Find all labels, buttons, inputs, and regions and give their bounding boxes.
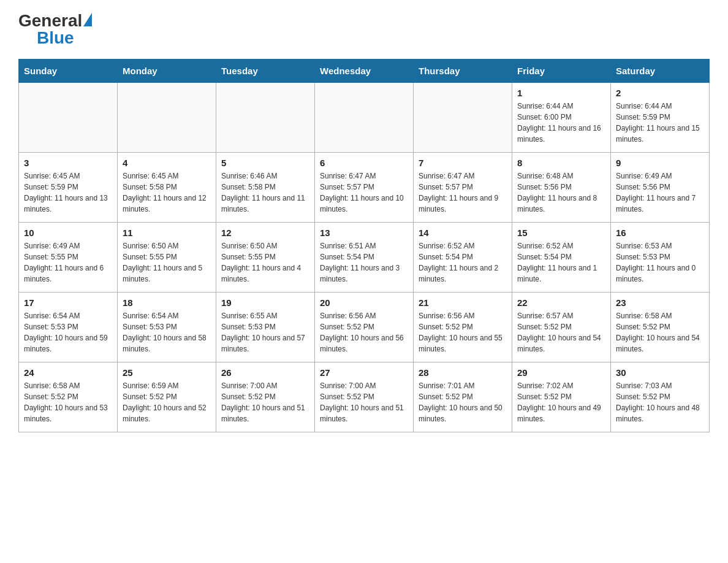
day-info: Sunrise: 6:53 AM Sunset: 5:53 PM Dayligh…: [616, 240, 704, 285]
calendar-header-row: SundayMondayTuesdayWednesdayThursdayFrid…: [19, 59, 710, 83]
day-info: Sunrise: 6:47 AM Sunset: 5:57 PM Dayligh…: [320, 170, 408, 215]
day-number: 3: [24, 158, 112, 168]
day-info: Sunrise: 6:54 AM Sunset: 5:53 PM Dayligh…: [123, 310, 211, 354]
day-number: 24: [24, 367, 112, 378]
day-info: Sunrise: 6:57 AM Sunset: 5:52 PM Dayligh…: [517, 310, 605, 354]
calendar-cell: 1Sunrise: 6:44 AM Sunset: 6:00 PM Daylig…: [512, 83, 611, 153]
logo: General Blue: [18, 12, 92, 47]
calendar-cell: 29Sunrise: 7:02 AM Sunset: 5:52 PM Dayli…: [512, 362, 611, 432]
calendar-cell: 22Sunrise: 6:57 AM Sunset: 5:52 PM Dayli…: [512, 293, 611, 362]
column-header-saturday: Saturday: [611, 59, 710, 83]
calendar-cell: 24Sunrise: 6:58 AM Sunset: 5:52 PM Dayli…: [19, 362, 118, 432]
day-info: Sunrise: 6:44 AM Sunset: 5:59 PM Dayligh…: [616, 101, 704, 145]
day-info: Sunrise: 6:54 AM Sunset: 5:53 PM Dayligh…: [24, 310, 112, 354]
column-header-tuesday: Tuesday: [216, 59, 315, 83]
page-header: General Blue: [18, 12, 710, 47]
calendar-cell: 12Sunrise: 6:50 AM Sunset: 5:55 PM Dayli…: [216, 223, 315, 293]
calendar-cell: 7Sunrise: 6:47 AM Sunset: 5:57 PM Daylig…: [414, 153, 512, 223]
day-number: 18: [123, 297, 211, 308]
day-info: Sunrise: 6:52 AM Sunset: 5:54 PM Dayligh…: [419, 240, 507, 285]
logo-general-text: General: [18, 12, 82, 29]
day-number: 14: [419, 228, 507, 238]
calendar-cell: [118, 83, 216, 153]
day-info: Sunrise: 6:56 AM Sunset: 5:52 PM Dayligh…: [320, 310, 408, 354]
day-number: 22: [517, 297, 605, 308]
day-info: Sunrise: 6:58 AM Sunset: 5:52 PM Dayligh…: [616, 310, 704, 354]
day-number: 11: [123, 228, 211, 238]
calendar-cell: 3Sunrise: 6:45 AM Sunset: 5:59 PM Daylig…: [19, 153, 118, 223]
day-info: Sunrise: 6:45 AM Sunset: 5:58 PM Dayligh…: [123, 170, 211, 215]
calendar-week-row: 10Sunrise: 6:49 AM Sunset: 5:55 PM Dayli…: [19, 223, 710, 293]
day-number: 13: [320, 228, 408, 238]
day-number: 23: [616, 297, 704, 308]
calendar-cell: 28Sunrise: 7:01 AM Sunset: 5:52 PM Dayli…: [414, 362, 512, 432]
day-number: 27: [320, 367, 408, 378]
day-number: 15: [517, 228, 605, 238]
calendar-cell: 17Sunrise: 6:54 AM Sunset: 5:53 PM Dayli…: [19, 293, 118, 362]
calendar-week-row: 24Sunrise: 6:58 AM Sunset: 5:52 PM Dayli…: [19, 362, 710, 432]
day-info: Sunrise: 7:00 AM Sunset: 5:52 PM Dayligh…: [221, 380, 309, 424]
day-number: 16: [616, 228, 704, 238]
day-info: Sunrise: 7:01 AM Sunset: 5:52 PM Dayligh…: [419, 380, 507, 424]
day-info: Sunrise: 6:49 AM Sunset: 5:55 PM Dayligh…: [24, 240, 112, 285]
day-number: 7: [419, 158, 507, 168]
day-info: Sunrise: 6:44 AM Sunset: 6:00 PM Dayligh…: [517, 101, 605, 145]
calendar-cell: [414, 83, 512, 153]
day-info: Sunrise: 6:50 AM Sunset: 5:55 PM Dayligh…: [123, 240, 211, 285]
calendar-week-row: 1Sunrise: 6:44 AM Sunset: 6:00 PM Daylig…: [19, 83, 710, 153]
logo-triangle-icon: [83, 13, 92, 26]
day-number: 8: [517, 158, 605, 168]
day-number: 29: [517, 367, 605, 378]
day-number: 2: [616, 88, 704, 98]
day-number: 9: [616, 158, 704, 168]
calendar-cell: 19Sunrise: 6:55 AM Sunset: 5:53 PM Dayli…: [216, 293, 315, 362]
calendar-cell: 9Sunrise: 6:49 AM Sunset: 5:56 PM Daylig…: [611, 153, 710, 223]
day-number: 26: [221, 367, 309, 378]
day-info: Sunrise: 6:46 AM Sunset: 5:58 PM Dayligh…: [221, 170, 309, 215]
column-header-friday: Friday: [512, 59, 611, 83]
day-info: Sunrise: 6:50 AM Sunset: 5:55 PM Dayligh…: [221, 240, 309, 285]
day-info: Sunrise: 6:45 AM Sunset: 5:59 PM Dayligh…: [24, 170, 112, 215]
day-info: Sunrise: 6:48 AM Sunset: 5:56 PM Dayligh…: [517, 170, 605, 215]
calendar-cell: 13Sunrise: 6:51 AM Sunset: 5:54 PM Dayli…: [315, 223, 414, 293]
calendar-cell: 27Sunrise: 7:00 AM Sunset: 5:52 PM Dayli…: [315, 362, 414, 432]
calendar-cell: 18Sunrise: 6:54 AM Sunset: 5:53 PM Dayli…: [118, 293, 216, 362]
calendar-cell: 8Sunrise: 6:48 AM Sunset: 5:56 PM Daylig…: [512, 153, 611, 223]
day-number: 21: [419, 297, 507, 308]
day-info: Sunrise: 6:49 AM Sunset: 5:56 PM Dayligh…: [616, 170, 704, 215]
day-number: 19: [221, 297, 309, 308]
day-info: Sunrise: 6:47 AM Sunset: 5:57 PM Dayligh…: [419, 170, 507, 215]
calendar-cell: 30Sunrise: 7:03 AM Sunset: 5:52 PM Dayli…: [611, 362, 710, 432]
calendar-cell: 26Sunrise: 7:00 AM Sunset: 5:52 PM Dayli…: [216, 362, 315, 432]
day-info: Sunrise: 7:00 AM Sunset: 5:52 PM Dayligh…: [320, 380, 408, 424]
day-info: Sunrise: 6:52 AM Sunset: 5:54 PM Dayligh…: [517, 240, 605, 285]
day-number: 5: [221, 158, 309, 168]
calendar-cell: 4Sunrise: 6:45 AM Sunset: 5:58 PM Daylig…: [118, 153, 216, 223]
column-header-wednesday: Wednesday: [315, 59, 414, 83]
column-header-sunday: Sunday: [19, 59, 118, 83]
day-info: Sunrise: 6:59 AM Sunset: 5:52 PM Dayligh…: [123, 380, 211, 424]
calendar-cell: 5Sunrise: 6:46 AM Sunset: 5:58 PM Daylig…: [216, 153, 315, 223]
day-info: Sunrise: 7:02 AM Sunset: 5:52 PM Dayligh…: [517, 380, 605, 424]
day-number: 28: [419, 367, 507, 378]
day-info: Sunrise: 6:58 AM Sunset: 5:52 PM Dayligh…: [24, 380, 112, 424]
calendar-cell: 6Sunrise: 6:47 AM Sunset: 5:57 PM Daylig…: [315, 153, 414, 223]
calendar-cell: 2Sunrise: 6:44 AM Sunset: 5:59 PM Daylig…: [611, 83, 710, 153]
day-number: 10: [24, 228, 112, 238]
day-info: Sunrise: 6:56 AM Sunset: 5:52 PM Dayligh…: [419, 310, 507, 354]
day-number: 20: [320, 297, 408, 308]
day-info: Sunrise: 6:55 AM Sunset: 5:53 PM Dayligh…: [221, 310, 309, 354]
day-number: 1: [517, 88, 605, 98]
calendar-cell: 11Sunrise: 6:50 AM Sunset: 5:55 PM Dayli…: [118, 223, 216, 293]
calendar-cell: 10Sunrise: 6:49 AM Sunset: 5:55 PM Dayli…: [19, 223, 118, 293]
calendar-cell: [19, 83, 118, 153]
calendar-cell: 23Sunrise: 6:58 AM Sunset: 5:52 PM Dayli…: [611, 293, 710, 362]
day-number: 4: [123, 158, 211, 168]
logo-blue-text: Blue: [37, 29, 74, 47]
day-number: 25: [123, 367, 211, 378]
day-info: Sunrise: 6:51 AM Sunset: 5:54 PM Dayligh…: [320, 240, 408, 285]
day-info: Sunrise: 7:03 AM Sunset: 5:52 PM Dayligh…: [616, 380, 704, 424]
calendar-cell: [315, 83, 414, 153]
calendar-cell: 20Sunrise: 6:56 AM Sunset: 5:52 PM Dayli…: [315, 293, 414, 362]
day-number: 6: [320, 158, 408, 168]
